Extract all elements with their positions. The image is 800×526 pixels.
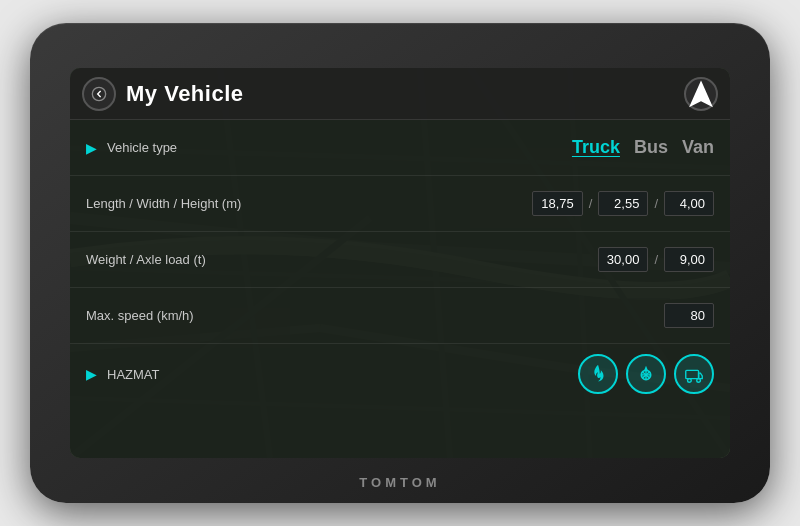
- speed-input[interactable]: 80: [664, 303, 714, 328]
- page-title: My Vehicle: [126, 81, 244, 107]
- width-input[interactable]: 2,55: [598, 191, 648, 216]
- screen-ui: My Vehicle ▶ Vehicle type Truck Bu: [70, 68, 730, 458]
- flammable-icon: [587, 363, 609, 385]
- weight-label: Weight / Axle load (t): [86, 252, 598, 267]
- hazmat-flammable-button[interactable]: [578, 354, 618, 394]
- sep2: /: [654, 196, 658, 211]
- dimensions-row: Length / Width / Height (m) 18,75 / 2,55…: [70, 176, 730, 232]
- vehicle-icon: [683, 363, 705, 385]
- svg-point-25: [688, 379, 692, 383]
- hazmat-icons: [578, 354, 714, 394]
- speed-label: Max. speed (km/h): [86, 308, 664, 323]
- content-area: ▶ Vehicle type Truck Bus Van Length / Wi…: [70, 120, 730, 458]
- svg-marker-20: [691, 82, 711, 105]
- hazmat-toxic-button[interactable]: [626, 354, 666, 394]
- toxic-icon: [635, 363, 657, 385]
- hazmat-vehicle-button[interactable]: [674, 354, 714, 394]
- device-screen: My Vehicle ▶ Vehicle type Truck Bu: [70, 68, 730, 458]
- vehicle-opt-van[interactable]: Van: [682, 137, 714, 158]
- vehicle-type-label: Vehicle type: [107, 140, 572, 155]
- device-body: My Vehicle ▶ Vehicle type Truck Bu: [30, 23, 770, 503]
- header-left: My Vehicle: [82, 77, 244, 111]
- weight-values: 30,00 / 9,00: [598, 247, 714, 272]
- vehicle-opt-truck[interactable]: Truck: [572, 137, 620, 158]
- navigate-button[interactable]: [684, 77, 718, 111]
- hazmat-arrow: ▶: [86, 366, 97, 382]
- vehicle-options: Truck Bus Van: [572, 137, 714, 158]
- speed-row: Max. speed (km/h) 80: [70, 288, 730, 344]
- weight-input[interactable]: 30,00: [598, 247, 649, 272]
- vehicle-type-row: ▶ Vehicle type Truck Bus Van: [70, 120, 730, 176]
- weight-row: Weight / Axle load (t) 30,00 / 9,00: [70, 232, 730, 288]
- svg-rect-24: [686, 370, 699, 378]
- svg-point-19: [92, 87, 105, 100]
- speed-values: 80: [664, 303, 714, 328]
- back-icon: [91, 86, 107, 102]
- weight-sep: /: [654, 252, 658, 267]
- sep1: /: [589, 196, 593, 211]
- header-bar: My Vehicle: [70, 68, 730, 120]
- height-input[interactable]: 4,00: [664, 191, 714, 216]
- navigate-icon: [686, 79, 716, 109]
- length-input[interactable]: 18,75: [532, 191, 583, 216]
- hazmat-row: ▶ HAZMAT: [70, 344, 730, 404]
- dimensions-values: 18,75 / 2,55 / 4,00: [532, 191, 714, 216]
- axle-input[interactable]: 9,00: [664, 247, 714, 272]
- hazmat-label: HAZMAT: [107, 367, 578, 382]
- brand-text: TOMTOM: [359, 475, 440, 490]
- back-button[interactable]: [82, 77, 116, 111]
- vehicle-type-arrow: ▶: [86, 140, 97, 156]
- svg-point-26: [697, 379, 701, 383]
- vehicle-opt-bus[interactable]: Bus: [634, 137, 668, 158]
- brand-area: TOMTOM: [359, 473, 440, 491]
- dimensions-label: Length / Width / Height (m): [86, 196, 532, 211]
